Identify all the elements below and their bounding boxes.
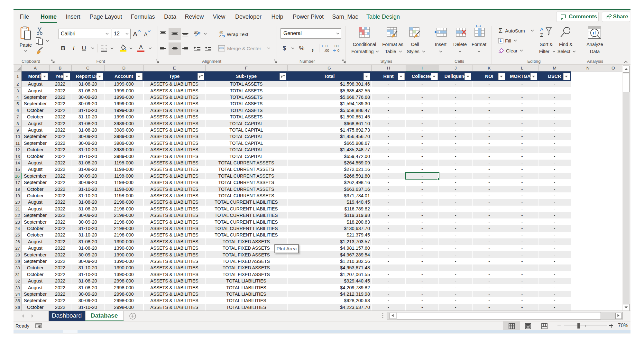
svg-text:ab: ab	[219, 30, 223, 34]
svg-text:c: c	[219, 34, 221, 38]
svg-text:A: A	[540, 26, 543, 32]
svg-text:0: 0	[326, 44, 327, 48]
svg-text:.00: .00	[334, 44, 338, 48]
svg-text:Z: Z	[540, 32, 543, 38]
svg-text:0: 0	[337, 49, 339, 52]
svg-text:.00: .00	[324, 49, 329, 52]
